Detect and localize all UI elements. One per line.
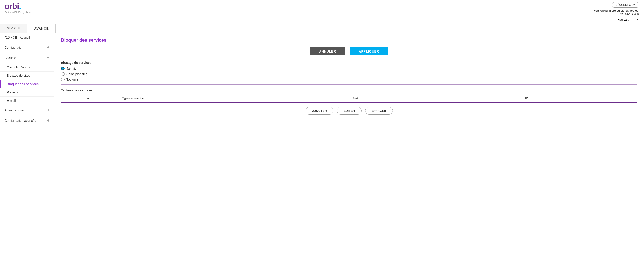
sidebar-item-controle-acces[interactable]: Contrôle d'accès <box>0 63 54 72</box>
main-layout: AVANCÉ - Accueil Configuration + Sécurit… <box>0 33 644 258</box>
tab-simple[interactable]: SIMPLE <box>0 24 27 33</box>
sidebar-item-securite-label: Sécurité <box>4 56 16 60</box>
sidebar-item-bloquer-services[interactable]: Bloquer des services <box>0 80 54 88</box>
config-avancee-expand-icon: + <box>47 118 50 123</box>
apply-button[interactable]: APPLIQUER <box>350 47 388 55</box>
radio-jamais-label: Jamais <box>66 67 76 70</box>
sidebar-item-config-avancee[interactable]: Configuration avancée + <box>0 115 54 126</box>
header: orbi. Better WiFi. Everywhere. DÉCONNEXI… <box>0 0 644 24</box>
ajouter-button[interactable]: AJOUTER <box>306 107 334 114</box>
email-label: E-mail <box>7 99 16 102</box>
blocage-sites-label: Blocage de sites <box>7 74 30 77</box>
col-header-type: Type de service <box>119 94 349 102</box>
sidebar-item-administration[interactable]: Administration + <box>0 105 54 115</box>
col-header-check <box>61 94 84 102</box>
planning-label: Planning <box>7 90 19 94</box>
header-right: DÉCONNEXION Version du micrologiciel du … <box>594 2 640 22</box>
sidebar-item-blocage-sites[interactable]: Blocage de sites <box>0 72 54 80</box>
controle-acces-label: Contrôle d'accès <box>7 65 30 69</box>
firmware-version: V6.3.6.4_1.2.68 <box>620 12 640 15</box>
table-section-label: Tableau des services <box>61 88 637 92</box>
securite-expand-icon: − <box>47 55 50 60</box>
table-header-row: # Type de service Port IP <box>61 94 637 102</box>
content: Bloquer des services ANNULER APPLIQUER B… <box>54 33 644 258</box>
radio-jamais-input[interactable] <box>61 67 65 70</box>
language-select[interactable]: Français English Deutsch Español <box>614 17 640 22</box>
radio-toujours[interactable]: Toujours <box>61 78 637 81</box>
col-header-port: Port <box>349 94 522 102</box>
administration-expand-icon: + <box>47 108 50 112</box>
radio-selon-planning[interactable]: Selon planning <box>61 72 637 76</box>
table-buttons: AJOUTER EDITER EFFACER <box>61 107 637 114</box>
action-bar: ANNULER APPLIQUER <box>61 47 637 55</box>
deconnexion-button[interactable]: DÉCONNEXION <box>612 2 640 8</box>
sidebar-item-planning[interactable]: Planning <box>0 88 54 97</box>
sidebar-item-accueil-label: AVANCÉ - Accueil <box>4 36 30 39</box>
sidebar-item-configuration-label: Configuration <box>4 46 23 49</box>
configuration-expand-icon: + <box>47 45 50 50</box>
radio-group-blocage: Jamais Selon planning Toujours <box>61 67 637 81</box>
effacer-button[interactable]: EFFACER <box>365 107 393 114</box>
tab-bar: SIMPLE AVANCÉ <box>0 24 644 33</box>
sidebar-item-securite[interactable]: Sécurité − <box>0 53 54 63</box>
editer-button[interactable]: EDITER <box>337 107 362 114</box>
sidebar-item-configuration[interactable]: Configuration + <box>0 42 54 53</box>
divider-1 <box>61 84 637 85</box>
services-table: # Type de service Port IP <box>61 94 637 102</box>
bloquer-services-label: Bloquer des services <box>7 82 39 86</box>
radio-jamais[interactable]: Jamais <box>61 67 637 70</box>
sidebar-item-accueil[interactable]: AVANCÉ - Accueil <box>0 33 54 42</box>
radio-selon-planning-input[interactable] <box>61 72 65 76</box>
col-header-ip: IP <box>522 94 637 102</box>
cancel-button[interactable]: ANNULER <box>310 47 345 55</box>
radio-selon-planning-label: Selon planning <box>66 72 88 76</box>
tab-avance[interactable]: AVANCÉ <box>27 24 56 33</box>
administration-label: Administration <box>4 108 25 112</box>
radio-toujours-input[interactable] <box>61 78 65 81</box>
config-avancee-label: Configuration avancée <box>4 119 36 122</box>
firmware-label: Version du micrologiciel du routeur <box>594 9 640 12</box>
logo: orbi. <box>4 2 32 11</box>
page-title: Bloquer des services <box>61 38 637 43</box>
radio-toujours-label: Toujours <box>66 78 78 81</box>
firmware-info: Version du micrologiciel du routeur V6.3… <box>594 9 640 15</box>
logo-dot: . <box>19 2 21 11</box>
sidebar-item-email[interactable]: E-mail <box>0 97 54 105</box>
logo-tagline: Better WiFi. Everywhere. <box>4 11 32 14</box>
logo-area: orbi. Better WiFi. Everywhere. <box>4 2 32 14</box>
sidebar: AVANCÉ - Accueil Configuration + Sécurit… <box>0 33 54 258</box>
col-header-num: # <box>84 94 119 102</box>
blocage-section-label: Blocage de services <box>61 61 637 65</box>
